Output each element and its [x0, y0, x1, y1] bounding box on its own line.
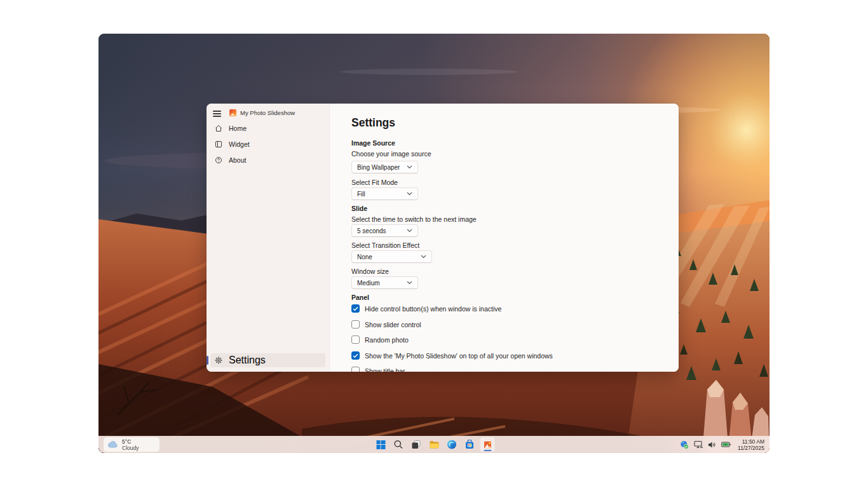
checkbox[interactable] — [351, 320, 360, 329]
search-icon — [394, 440, 403, 449]
transition-effect-dropdown[interactable]: None — [351, 250, 432, 263]
checkbox[interactable] — [351, 367, 360, 372]
sidebar-item-home[interactable]: Home — [210, 121, 325, 135]
task-view-icon — [412, 440, 421, 449]
settings-page: Settings Image Source Choose your image … — [330, 104, 679, 372]
field-label-window-size: Window size — [351, 268, 389, 275]
sidebar-item-settings[interactable]: Settings — [210, 353, 325, 367]
checkbox[interactable] — [351, 336, 360, 344]
weather-widget[interactable]: 5°C Cloudy — [104, 437, 159, 452]
checkbox-label[interactable]: Random photo — [365, 336, 409, 344]
file-explorer-button[interactable] — [427, 437, 442, 452]
cloud-icon — [108, 441, 118, 448]
field-label-transition: Select Transition Effect — [351, 241, 419, 249]
dropdown-value: Medium — [357, 280, 380, 287]
app-logo-icon — [229, 109, 236, 116]
image-source-dropdown[interactable]: Bing Wallpaper — [351, 161, 418, 173]
sidebar: My Photo Slideshow Home Widget — [207, 104, 330, 372]
section-header-image-source: Image Source — [351, 139, 395, 147]
dropdown-value: Bing Wallpaper — [357, 164, 400, 171]
sidebar-item-label: About — [229, 156, 246, 164]
windows-logo-icon — [376, 440, 385, 449]
clock-date: 11/27/2025 — [738, 445, 764, 451]
dropdown-value: Fill — [357, 191, 365, 198]
my-photo-slideshow-taskbar-button[interactable] — [480, 437, 495, 452]
search-button[interactable] — [391, 437, 406, 452]
help-icon — [215, 156, 222, 164]
field-label-slide-time: Select the time to switch to the next im… — [351, 215, 477, 223]
chevron-down-icon — [407, 192, 412, 196]
checkbox-show-slider-control[interactable]: Show slider control — [351, 320, 421, 329]
page-title: Settings — [351, 116, 395, 130]
chevron-down-icon — [421, 255, 426, 259]
checkbox-hide-control-buttons[interactable]: Hide control button(s) when window is in… — [351, 304, 501, 313]
sidebar-nav: Home Widget About — [210, 121, 325, 169]
section-header-slide: Slide — [351, 205, 367, 212]
check-icon — [352, 305, 359, 312]
system-tray: 11:50 AM 11/27/2025 — [679, 436, 766, 453]
display-device-icon[interactable] — [693, 439, 703, 451]
taskbar: 5°C Cloudy — [98, 436, 770, 453]
nav-selection-indicator — [207, 356, 208, 365]
fit-mode-dropdown[interactable]: Fill — [351, 187, 418, 200]
clock-time: 11:50 AM — [738, 438, 764, 445]
chevron-down-icon — [407, 229, 412, 233]
chevron-down-icon — [407, 281, 412, 285]
volume-icon[interactable] — [707, 439, 717, 451]
widget-icon — [215, 140, 222, 148]
section-header-panel: Panel — [351, 294, 369, 301]
battery-icon[interactable] — [721, 439, 731, 451]
folder-icon — [429, 440, 439, 449]
microsoft-store-button[interactable] — [463, 437, 477, 452]
taskbar-clock[interactable]: 11:50 AM 11/27/2025 — [738, 438, 766, 451]
gear-icon — [215, 356, 222, 364]
sidebar-item-label: Home — [229, 125, 247, 132]
app-window: My Photo Slideshow Home Widget — [207, 104, 679, 372]
security-status-icon[interactable] — [679, 439, 689, 451]
check-icon — [352, 352, 359, 359]
sidebar-item-about[interactable]: About — [210, 153, 325, 167]
checkbox[interactable] — [351, 304, 360, 313]
desktop: My Photo Slideshow Home Widget — [98, 34, 770, 453]
task-view-button[interactable] — [409, 437, 424, 452]
photo-app-icon — [482, 440, 492, 450]
checkbox-label[interactable]: Show title bar — [365, 367, 405, 372]
dropdown-value: None — [357, 254, 372, 261]
hamburger-menu-button[interactable] — [212, 108, 224, 119]
window-size-dropdown[interactable]: Medium — [351, 276, 418, 289]
field-label-fit-mode: Select Fit Mode — [351, 179, 398, 186]
store-icon — [465, 440, 475, 449]
checkbox-label[interactable]: Hide control button(s) when window is in… — [365, 305, 501, 313]
checkbox-label[interactable]: Show the 'My Photo Slideshow' on top of … — [365, 352, 553, 360]
start-button[interactable] — [374, 437, 388, 452]
dropdown-value: 5 seconds — [357, 227, 386, 234]
weather-condition: Cloudy — [122, 445, 139, 451]
checkbox-random-photo[interactable]: Random photo — [351, 336, 409, 344]
slide-time-dropdown[interactable]: 5 seconds — [351, 224, 418, 237]
sidebar-item-label: Widget — [229, 140, 250, 148]
chevron-down-icon — [407, 165, 412, 169]
field-label-image-source: Choose your image source — [351, 150, 431, 158]
window-title: My Photo Slideshow — [240, 109, 295, 116]
checkbox[interactable] — [351, 351, 360, 360]
checkbox-show-title-bar[interactable]: Show title bar — [351, 367, 405, 372]
checkbox-label[interactable]: Show slider control — [365, 321, 421, 329]
edge-browser-button[interactable] — [445, 437, 459, 452]
sidebar-item-label: Settings — [229, 355, 266, 366]
sidebar-item-widget[interactable]: Widget — [210, 137, 325, 151]
edge-icon — [447, 440, 457, 449]
weather-temperature: 5°C — [122, 438, 139, 445]
taskbar-center — [374, 436, 495, 453]
checkbox-show-on-top[interactable]: Show the 'My Photo Slideshow' on top of … — [351, 351, 553, 360]
home-icon — [215, 125, 222, 132]
